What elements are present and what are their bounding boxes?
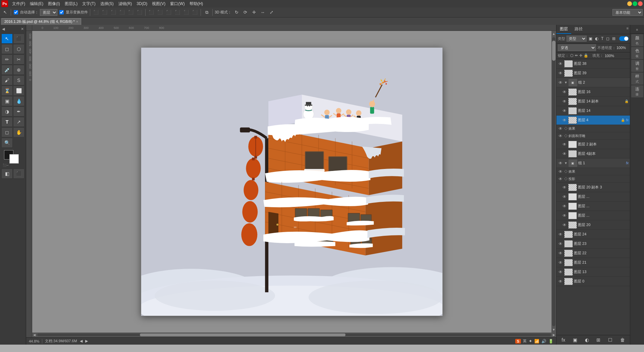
layer-item-38[interactable]: 👁 图层 38 (556, 59, 630, 69)
blur-tool[interactable]: 💧 (13, 96, 24, 106)
toolbox-expand[interactable]: ◀ (2, 27, 5, 31)
move-tool[interactable]: ↖ (1, 34, 13, 44)
filter-toggle-switch[interactable] (619, 36, 629, 41)
layer-item-16[interactable]: 👁 图层 16 (556, 87, 630, 97)
type-tool[interactable]: T (1, 117, 13, 127)
eraser-tool[interactable]: ⬜ (13, 86, 24, 96)
quick-mask-tool[interactable]: ◧ (1, 169, 13, 179)
eyedropper-tool[interactable]: 💉 (1, 65, 13, 75)
layer-vis-dot1[interactable]: 👁 (562, 194, 567, 200)
panel-color-btn[interactable]: 颜 色 (631, 34, 643, 46)
scroll-down-arrow[interactable]: ▼ (551, 327, 556, 333)
shape-tool[interactable]: ◻ (1, 127, 13, 137)
layer-item-39[interactable]: 👁 图层 39 (556, 69, 630, 78)
layer-vis-group2[interactable]: 👁 (558, 80, 563, 85)
menu-help[interactable]: 帮助(H) (187, 0, 205, 7)
artboard-tool[interactable]: ⬛ (13, 34, 24, 44)
layer-new-fill-btn[interactable]: ◐ (584, 337, 590, 343)
scroll-up-arrow[interactable]: ▲ (551, 31, 556, 37)
distribute-center-h-icon[interactable]: ⬛ (156, 9, 164, 16)
layer-vis-24[interactable]: 👁 (558, 232, 563, 237)
filter-type-select[interactable]: 类型 (567, 36, 587, 42)
layer-vis-16[interactable]: 👁 (562, 89, 567, 95)
menu-view[interactable]: 视图(V) (150, 0, 167, 7)
layer-fx-btn[interactable]: fx (560, 337, 567, 343)
zoom-tool[interactable]: 🔍 (1, 138, 13, 148)
distribute-middle-v-icon[interactable]: ⬛ (182, 9, 190, 16)
lock-transparent-icon[interactable]: ⬡ (570, 53, 574, 58)
autoselect-select[interactable]: 图层 (40, 9, 57, 16)
align-middle-icon[interactable]: ⬛ (127, 9, 135, 16)
layer-vis-group1[interactable]: 👁 (558, 161, 563, 166)
layer-item-13[interactable]: 👁 图层 13 (556, 267, 630, 277)
layer-vis-effect-4[interactable]: 👁 (558, 126, 563, 131)
switch-colors-icon[interactable]: ↔ (6, 164, 9, 167)
layer-new-btn[interactable]: ☐ (607, 337, 614, 343)
layer-item-4[interactable]: 👁 图层 4 🔒 fx (556, 116, 630, 125)
lock-pixels-icon[interactable]: ✏ (575, 53, 578, 58)
distribute-right-icon[interactable]: ⬛ (165, 9, 172, 16)
layer-vis-dot2[interactable]: 👁 (562, 204, 567, 209)
dodge-tool[interactable]: ◑ (1, 106, 13, 117)
hand-tool[interactable]: ✋ (13, 127, 24, 137)
scroll-thumb-h[interactable] (140, 334, 345, 336)
show-transform-checkbox[interactable] (59, 10, 64, 14)
layer-item-24[interactable]: 👁 图层 24 (556, 230, 630, 239)
layer-vis-bottom[interactable]: 👁 (558, 279, 563, 284)
transform-icon[interactable]: ⧉ (203, 9, 210, 16)
layer-vis-21[interactable]: 👁 (558, 260, 563, 265)
layer-item-14copy[interactable]: 👁 图层 14 副本 🔒 (556, 97, 630, 106)
3d-pan-icon[interactable]: ✛ (250, 9, 258, 16)
horizontal-scrollbar[interactable]: ◀ ▶ (26, 333, 556, 337)
rect-select-tool[interactable]: ◻ (1, 44, 13, 54)
layer-item-bottom[interactable]: 👁 图层 0 (556, 277, 630, 286)
layers-panel-menu[interactable]: ≡ (625, 25, 630, 34)
layer-vis-4copy[interactable]: 👁 (562, 151, 567, 157)
layer-item-14[interactable]: 👁 图层 14 (556, 106, 630, 116)
close-button[interactable] (638, 1, 643, 6)
layer-item-group1[interactable]: 👁 ▼ ▣ 组 1 fx (556, 159, 630, 168)
taskbar-ime[interactable]: ✦ (529, 339, 532, 344)
minimize-button[interactable] (627, 1, 632, 6)
maximize-button[interactable] (633, 1, 637, 6)
align-bottom-icon[interactable]: ⬛ (136, 9, 143, 16)
fill-value[interactable]: 100% (605, 54, 617, 58)
layer-item-20[interactable]: 👁 图层 20 (556, 220, 630, 230)
layer-vis-14copy[interactable]: 👁 (562, 99, 567, 104)
scroll-right-arrow[interactable]: ▶ (552, 333, 556, 337)
layer-vis-22[interactable]: 👁 (558, 251, 563, 256)
menu-edit[interactable]: 编辑(E) (28, 0, 45, 7)
menu-image[interactable]: 图像(I) (46, 0, 62, 7)
layer-vis-39[interactable]: 👁 (558, 71, 563, 76)
lasso-tool[interactable]: ⬡ (13, 44, 24, 54)
path-select-tool[interactable]: ↗ (13, 117, 24, 127)
layer-vis-14[interactable]: 👁 (562, 108, 567, 114)
distribute-left-icon[interactable]: ⬛ (148, 9, 155, 16)
canvas-document[interactable] (141, 47, 443, 316)
workspace-select[interactable]: 基本功能 (612, 9, 643, 16)
group1-arrow[interactable]: ▼ (564, 161, 568, 165)
panel-icons-collapse[interactable]: ≡ (630, 26, 644, 34)
crop-tool[interactable]: ✂ (13, 54, 24, 64)
tab-close-button[interactable]: × (76, 20, 78, 24)
layer-vis-20copy3[interactable]: 👁 (562, 185, 567, 190)
blend-mode-select[interactable]: 穿透 (558, 44, 596, 51)
layer-vis-shadow-g1[interactable]: 👁 (558, 176, 563, 182)
tab-layers[interactable]: 图层 (556, 25, 571, 34)
lock-position-icon[interactable]: ✛ (579, 53, 582, 58)
menu-3d[interactable]: 3D(D) (135, 1, 149, 7)
autoselect-checkbox[interactable] (14, 10, 18, 14)
heal-tool[interactable]: ⊕ (13, 65, 24, 75)
panel-swatch-btn[interactable]: 色 板 (631, 47, 643, 59)
menu-window[interactable]: 窗口(W) (168, 0, 186, 7)
layer-delete-btn[interactable]: 🗑 (619, 337, 626, 343)
layer-item-22[interactable]: 👁 图层 22 (556, 249, 630, 258)
scroll-track-h[interactable]: ◀ ▶ (32, 333, 556, 337)
layer-item-4copy[interactable]: 👁 图层 4副本 (556, 149, 630, 159)
layer-vis-38[interactable]: 👁 (558, 61, 563, 67)
align-center-icon[interactable]: ⬛ (101, 9, 108, 16)
layer-vis-13[interactable]: 👁 (558, 269, 563, 275)
distribute-top-icon[interactable]: ⬛ (174, 9, 181, 16)
brush-tool[interactable]: 🖌 (1, 75, 13, 85)
toolbox-collapse[interactable]: ✕ (21, 27, 24, 31)
